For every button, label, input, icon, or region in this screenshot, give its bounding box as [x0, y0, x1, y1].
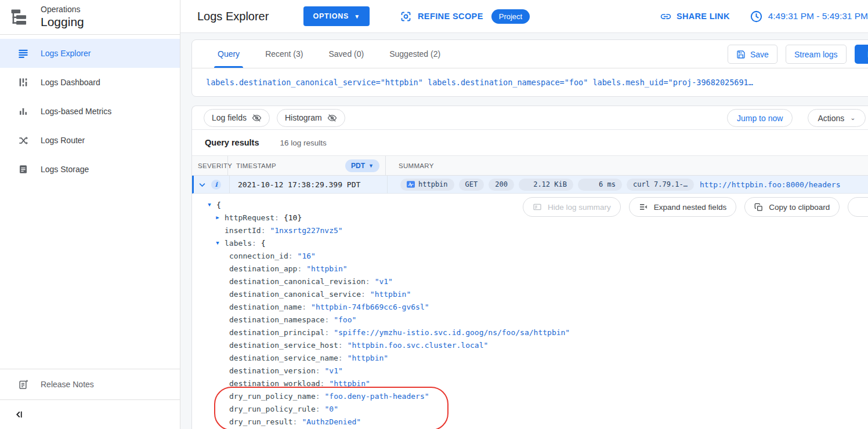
json-value: "AuthzDenied": [302, 417, 361, 426]
severity-info-icon[interactable]: i: [211, 180, 221, 190]
json-tree: { httpRequest {10}: [192, 198, 868, 428]
share-link-button[interactable]: SHARE LINK: [660, 10, 730, 23]
json-line: destination_principal "spiffe://ymzhu-is…: [192, 326, 868, 339]
summary-chip-service[interactable]: httpbin: [400, 179, 454, 191]
sidebar: Operations Logging Logs Explorer Logs Da…: [0, 0, 180, 429]
json-key: connection_id: [229, 252, 288, 260]
save-button[interactable]: Save: [728, 45, 777, 64]
refine-scope-button[interactable]: REFINE SCOPE: [400, 10, 483, 23]
sidebar-item-label: Logs Storage: [41, 165, 89, 174]
collapse-sidebar-icon[interactable]: [14, 409, 24, 420]
sidebar-item-logs-dashboard[interactable]: Logs Dashboard: [0, 68, 180, 97]
log-request-url: http://httpbin.foo:8000/headers: [700, 180, 841, 189]
options-button[interactable]: OPTIONS▼: [303, 6, 370, 26]
tab-saved[interactable]: Saved (0): [316, 40, 377, 68]
json-value: "v1": [375, 277, 393, 286]
copy-icon: [754, 203, 763, 212]
json-line: dry_run_policy_name "foo.deny-path-heade…: [192, 390, 868, 402]
json-line: destination_canonical_service "httpbin": [192, 288, 868, 300]
sidebar-nav: Logs Explorer Logs Dashboard Logs-based …: [0, 35, 180, 184]
sidebar-item-release-notes[interactable]: Release Notes: [0, 369, 180, 399]
clock-icon: [750, 10, 763, 23]
timezone-selector[interactable]: PDT ▼: [345, 159, 379, 172]
json-colon: [293, 417, 298, 426]
actions-button[interactable]: Actions ⌄: [808, 109, 865, 127]
results-toolbar: Log fields Histogram Jump to now Actions: [192, 106, 868, 130]
json-key: destination_principal: [229, 328, 324, 337]
json-line: insertId "1nxsrtg227nvz5": [192, 224, 868, 237]
json-value: "16": [298, 252, 316, 260]
query-editor[interactable]: labels.destination_canonical_service="ht…: [192, 68, 868, 96]
time-range-picker[interactable]: 4:49:31 PM - 5:49:31 PM: [750, 10, 868, 23]
sidebar-item-label: Logs Router: [41, 136, 85, 145]
sidebar-item-label: Logs-based Metrics: [41, 107, 111, 116]
tab-query[interactable]: Query: [205, 40, 252, 68]
tab-suggested[interactable]: Suggested (2): [377, 40, 453, 68]
json-colon: [274, 213, 279, 222]
logs-explorer-icon: [16, 48, 30, 59]
column-summary[interactable]: SUMMARY: [386, 156, 868, 175]
log-entry-row[interactable]: i 2021-10-12 17:38:29.399 PDT httpbin GE…: [192, 176, 868, 194]
json-key: destination_workload: [229, 379, 320, 388]
sidebar-item-logs-router[interactable]: Logs Router: [0, 126, 180, 155]
sidebar-item-logs-storage[interactable]: Logs Storage: [0, 155, 180, 184]
json-value: "httpbin": [348, 354, 388, 362]
share-link-label: SHARE LINK: [677, 12, 730, 21]
topbar: Logs Explorer OPTIONS▼ REFINE SCOPE Proj…: [180, 0, 868, 33]
stream-logs-button[interactable]: Stream logs: [786, 45, 847, 64]
column-severity[interactable]: SEVERITY: [192, 156, 228, 175]
expander-icon[interactable]: [205, 202, 214, 208]
json-key: destination_name: [229, 303, 302, 311]
row-expander-chevron-icon[interactable]: [198, 180, 207, 189]
json-colon: [324, 315, 329, 324]
summary-chip-user-agent[interactable]: curl 7.79.1-…: [627, 179, 694, 191]
log-fields-toggle[interactable]: Log fields: [204, 109, 270, 127]
chevron-down-icon: ▼: [354, 13, 360, 20]
json-key: insertId: [225, 226, 261, 235]
json-punctuation: {: [216, 201, 221, 209]
json-value: "foo.deny-path-headers": [325, 392, 429, 401]
sidebar-item-label: Logs Explorer: [41, 49, 91, 58]
tab-recent[interactable]: Recent (3): [252, 40, 316, 68]
save-icon: [736, 50, 746, 59]
json-punctuation: {10}: [284, 213, 302, 222]
chevron-down-icon: ▼: [368, 163, 374, 169]
json-colon: [366, 277, 370, 286]
column-timestamp[interactable]: TIMESTAMP PDT ▼: [228, 156, 386, 175]
expand-nested-fields-button[interactable]: Expand nested fields: [629, 197, 736, 217]
json-key: destination_canonical_service: [229, 290, 361, 299]
summary-chip-status[interactable]: 200: [489, 179, 514, 191]
json-key: labels: [225, 239, 252, 248]
expander-icon[interactable]: [213, 214, 222, 220]
results-title: Query results: [205, 138, 259, 147]
sidebar-item-logs-based-metrics[interactable]: Logs-based Metrics: [0, 97, 180, 126]
json-line: destination_service_name "httpbin": [192, 351, 868, 364]
json-key: dry_run_result: [229, 417, 293, 426]
json-key: destination_service_host: [229, 341, 338, 350]
hide-log-summary-button[interactable]: Hide log summary: [523, 197, 621, 217]
json-colon: [320, 379, 325, 388]
json-value: "httpbin.foo.svc.cluster.local": [348, 341, 489, 350]
run-button[interactable]: Run: [855, 45, 868, 64]
section-name: Logging: [41, 14, 84, 30]
expander-icon[interactable]: [213, 240, 222, 246]
json-colon: [261, 226, 266, 235]
sidebar-item-logs-explorer[interactable]: Logs Explorer: [0, 39, 180, 68]
histogram-toggle[interactable]: Histogram: [277, 109, 345, 127]
json-colon: [338, 354, 343, 362]
summary-chip-method[interactable]: GET: [459, 179, 484, 191]
release-notes-icon: [16, 379, 30, 390]
json-key: dry_run_policy_rule: [229, 405, 316, 413]
copy-to-clipboard-button[interactable]: Copy to clipboard: [744, 197, 840, 217]
json-key: httpRequest: [225, 213, 274, 222]
jump-to-now-button[interactable]: Jump to now: [727, 109, 793, 127]
summary-chip-size[interactable]: 2.12 KiB: [519, 179, 573, 191]
logs-router-icon: [16, 135, 30, 146]
json-value: "httpbin": [306, 264, 347, 273]
log-timestamp: 2021-10-12 17:38:29.399 PDT: [238, 180, 360, 189]
json-key: dry_run_policy_name: [229, 392, 316, 401]
operations-logging-logo-icon: [8, 6, 30, 28]
scope-project-badge[interactable]: Project: [491, 9, 530, 24]
summary-chip-latency[interactable]: 6 ms: [578, 179, 622, 191]
overflow-partial-button[interactable]: [848, 197, 868, 217]
